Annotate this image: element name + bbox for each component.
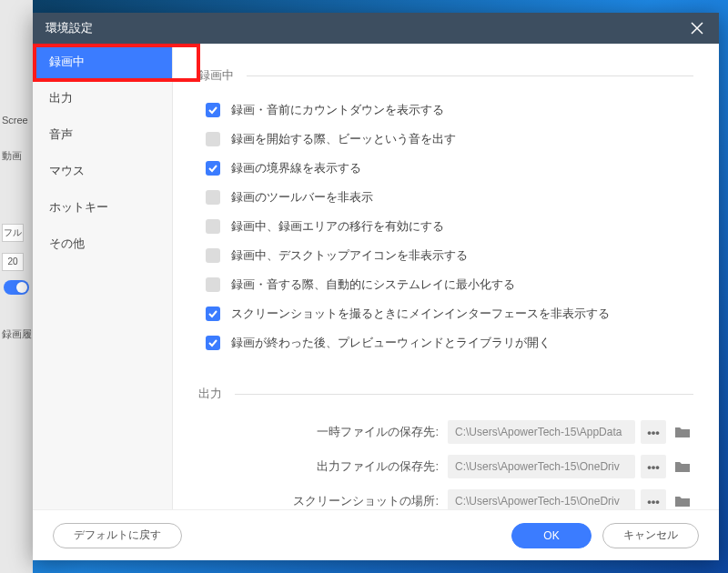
output-row: 一時ファイルの保存先:C:\Users\ApowerTech-15\AppDat… [198,420,693,444]
option-row: 録画中、録画エリアの移行を有効にする [198,218,693,235]
checkbox[interactable] [206,336,220,350]
main-panel: 録画中 録画・音前にカウントダウンを表示する録画を開始する際、ビーッという音を出… [173,44,719,509]
sidebar-item-label: 音声 [49,126,73,143]
sidebar: 録画中 出力 音声 マウス ホットキー その他 [33,44,173,509]
option-label: スクリーンショットを撮るときにメインインターフェースを非表示する [231,306,610,322]
settings-dialog: 環境設定 録画中 出力 音声 マウス ホットキー その他 録画中 録画・音前にカ… [33,13,719,560]
option-label: 録画・音する際、自動的にシステムレイに最小化する [231,276,515,293]
sidebar-item-other[interactable]: その他 [33,226,172,262]
close-button[interactable] [688,19,706,37]
sidebar-item-output[interactable]: 出力 [33,80,172,116]
reset-label: デフォルトに戻す [74,528,161,543]
checkbox[interactable] [206,190,220,205]
option-label: 録画中、録画エリアの移行を有効にする [231,218,444,235]
checkbox[interactable] [206,219,220,234]
output-row: 出力ファイルの保存先:C:\Users\ApowerTech-15\OneDri… [198,455,693,478]
bg-full-label: フル [2,224,24,242]
open-folder-button[interactable] [672,420,693,444]
titlebar: 環境設定 [33,13,719,44]
sidebar-item-hotkey[interactable]: ホットキー [33,189,172,226]
option-row: 録画中、デスクトップアイコンを非表示する [198,247,693,264]
sidebar-item-label: ホットキー [49,199,108,216]
checkbox[interactable] [206,132,220,146]
output-row: スクリーンショットの場所:C:\Users\ApowerTech-15\OneD… [198,489,693,509]
option-row: 録画のツールバーを非表示 [198,189,693,206]
close-icon [691,22,703,35]
bg-screen-label: Scree [2,115,28,126]
checkbox[interactable] [206,103,220,117]
browse-button[interactable]: ••• [641,420,666,444]
output-label: スクリーンショットの場所: [198,493,448,509]
output-label: 一時ファイルの保存先: [198,424,448,440]
section-head-recording: 録画中 [198,67,693,84]
divider [235,394,693,395]
bg-history-label: 録画履 [2,327,32,341]
open-folder-button[interactable] [672,455,693,478]
option-row: 録画・音する際、自動的にシステムレイに最小化する [198,276,693,293]
checkbox[interactable] [206,161,220,176]
bg-video-label: 動画 [2,149,22,163]
option-label: 録画が終わった後、プレビューウィンドとライブラリが開く [231,335,551,351]
sidebar-item-label: マウス [49,163,85,179]
option-label: 録画の境界線を表示する [231,160,361,176]
option-label: 録画中、デスクトップアイコンを非表示する [231,247,468,264]
option-row: 録画を開始する際、ビーッという音を出す [198,131,693,147]
open-folder-button[interactable] [672,489,693,509]
option-label: 録画のツールバーを非表示 [231,189,373,206]
ok-button[interactable]: OK [511,523,592,548]
cancel-label: キャンセル [623,528,678,543]
sidebar-item-label: その他 [49,236,85,252]
checkbox[interactable] [206,277,220,292]
section-title: 録画中 [198,67,234,84]
bg-toggle [4,280,29,295]
sidebar-item-label: 出力 [49,90,73,106]
sidebar-item-recording[interactable]: 録画中 [33,44,172,80]
option-row: 録画の境界線を表示する [198,160,693,176]
reset-button[interactable]: デフォルトに戻す [53,523,182,548]
output-path[interactable]: C:\Users\ApowerTech-15\OneDriv [448,489,635,509]
sidebar-item-label: 録画中 [49,54,85,70]
footer: デフォルトに戻す OK キャンセル [33,509,719,560]
option-label: 録画を開始する際、ビーッという音を出す [231,131,456,147]
cancel-button[interactable]: キャンセル [602,523,699,548]
option-label: 録画・音前にカウントダウンを表示する [231,102,444,118]
browse-button[interactable]: ••• [641,455,666,478]
dialog-title: 環境設定 [46,20,93,36]
ok-label: OK [543,529,559,542]
bg-twenty-label: 20 [2,253,24,271]
checkbox[interactable] [206,307,220,321]
divider [247,75,693,76]
checkbox[interactable] [206,248,220,263]
output-label: 出力ファイルの保存先: [198,458,448,475]
section-head-output: 出力 [198,386,693,402]
sidebar-item-mouse[interactable]: マウス [33,153,172,189]
output-path[interactable]: C:\Users\ApowerTech-15\OneDriv [448,455,635,478]
option-row: 録画・音前にカウントダウンを表示する [198,102,693,118]
output-path[interactable]: C:\Users\ApowerTech-15\AppData [448,420,635,444]
browse-button[interactable]: ••• [641,489,666,509]
option-row: 録画が終わった後、プレビューウィンドとライブラリが開く [198,335,693,351]
sidebar-item-audio[interactable]: 音声 [33,116,172,153]
option-row: スクリーンショットを撮るときにメインインターフェースを非表示する [198,306,693,322]
section-title: 出力 [198,386,222,402]
